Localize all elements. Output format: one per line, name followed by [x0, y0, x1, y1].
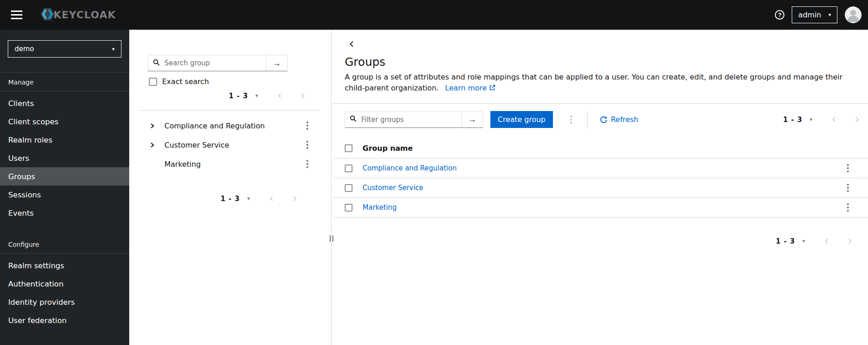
- next-page-button[interactable]: [846, 237, 854, 245]
- page-description: A group is a set of attributes and role …: [345, 72, 847, 94]
- prev-page-button[interactable]: [275, 91, 284, 100]
- refresh-button[interactable]: Refresh: [600, 115, 638, 124]
- per-page-dropdown[interactable]: 1 - 3 ▾: [221, 195, 250, 203]
- refresh-icon: [600, 116, 607, 123]
- nav-toggle-button[interactable]: [9, 8, 24, 22]
- external-link-icon: [489, 85, 495, 91]
- expand-chevron-icon[interactable]: [150, 123, 164, 129]
- exact-search-checkbox[interactable]: [149, 78, 157, 86]
- select-all-checkbox[interactable]: [345, 144, 352, 152]
- filter-groups-input[interactable]: [360, 115, 458, 124]
- chevron-right-icon: [300, 92, 305, 99]
- user-menu-label: admin: [798, 11, 821, 19]
- column-header-group-name: Group name: [363, 144, 413, 153]
- row-checkbox[interactable]: [345, 184, 352, 192]
- groups-table: Group name Compliance and Regulation Cus…: [333, 138, 868, 218]
- tree-pagination-top: 1 - 3 ▾: [129, 91, 330, 100]
- group-tree-panel: → Exact search 1 - 3 ▾: [129, 30, 330, 345]
- sidebar-item-realm-settings[interactable]: Realm settings: [0, 256, 129, 275]
- filter-submit-button[interactable]: →: [461, 112, 483, 127]
- chevron-down-icon: ▾: [828, 12, 831, 17]
- per-page-dropdown[interactable]: 1 - 3 ▾: [776, 237, 805, 245]
- table-header-row: Group name: [333, 138, 868, 159]
- page-header: Groups A group is a set of attributes an…: [333, 50, 868, 94]
- per-page-dropdown[interactable]: 1 - 3 ▾: [783, 116, 812, 124]
- expand-chevron-icon[interactable]: [150, 142, 164, 148]
- search-submit-button[interactable]: →: [266, 55, 287, 71]
- search-icon: [153, 59, 160, 68]
- tree-item-label[interactable]: Marketing: [164, 160, 201, 169]
- group-link[interactable]: Customer Service: [363, 184, 423, 192]
- avatar[interactable]: [845, 6, 862, 23]
- chevron-left-icon: [269, 195, 274, 202]
- table-row: Marketing: [333, 198, 868, 218]
- sidebar-item-identity-providers[interactable]: Identity providers: [0, 293, 129, 311]
- group-link[interactable]: Marketing: [363, 203, 397, 212]
- prev-page-button[interactable]: [267, 194, 276, 203]
- chevron-down-icon: ▾: [255, 93, 258, 98]
- sidebar-item-sessions[interactable]: Sessions: [0, 186, 129, 204]
- kebab-menu-icon[interactable]: [304, 158, 311, 170]
- tree-divider: [140, 110, 319, 111]
- chevron-right-icon: [292, 195, 297, 202]
- row-checkbox[interactable]: [345, 204, 352, 212]
- sidebar-item-groups[interactable]: Groups: [0, 167, 129, 186]
- chevron-down-icon: ▾: [247, 196, 250, 201]
- row-kebab-menu-icon[interactable]: [844, 202, 852, 213]
- keycloak-logo-icon: [38, 5, 55, 25]
- panel-resizer[interactable]: [330, 30, 333, 345]
- realm-selector[interactable]: demo ▾: [8, 40, 121, 58]
- sidebar-item-authentication[interactable]: Authentication: [0, 275, 129, 293]
- sidebar-item-clients[interactable]: Clients: [0, 94, 129, 112]
- group-search-group: →: [148, 55, 288, 71]
- sidebar-item-events[interactable]: Events: [0, 204, 129, 222]
- next-page-button[interactable]: [299, 91, 307, 100]
- pagination-range: 1 - 3: [229, 92, 248, 100]
- next-page-button[interactable]: [290, 194, 299, 203]
- sidebar-section-configure-wrap: Configure Realm settings Authentication …: [0, 235, 129, 329]
- row-checkbox[interactable]: [345, 165, 352, 172]
- resizer-grip-icon: [330, 235, 333, 242]
- sidebar-item-client-scopes[interactable]: Client scopes: [0, 112, 129, 131]
- tree-item-label[interactable]: Customer Service: [164, 141, 229, 149]
- keycloak-logo: KEYCLOAK: [38, 5, 116, 25]
- chevron-left-icon: [349, 41, 354, 48]
- learn-more-link[interactable]: Learn more: [445, 84, 495, 92]
- search-group-input[interactable]: [163, 58, 262, 68]
- group-link[interactable]: Compliance and Regulation: [363, 164, 457, 172]
- sidebar-item-user-federation[interactable]: User federation: [0, 311, 129, 329]
- chevron-right-icon: [855, 116, 860, 123]
- prev-page-button[interactable]: [830, 115, 838, 124]
- kebab-menu-icon[interactable]: [304, 139, 311, 151]
- app-root: KEYCLOAK ? admin ▾ demo ▾: [0, 0, 868, 345]
- pagination-range: 1 - 3: [221, 195, 240, 203]
- row-kebab-menu-icon[interactable]: [844, 182, 852, 194]
- tree-item-label[interactable]: Compliance and Regulation: [164, 122, 265, 130]
- sidebar-item-realm-roles[interactable]: Realm roles: [0, 131, 129, 149]
- kebab-menu-icon[interactable]: [304, 120, 311, 132]
- toolbar-kebab-menu-icon[interactable]: [568, 114, 575, 126]
- row-kebab-menu-icon[interactable]: [844, 162, 852, 174]
- group-tree: Compliance and Regulation Customer Servi…: [129, 116, 330, 174]
- per-page-dropdown[interactable]: 1 - 3 ▾: [229, 92, 258, 100]
- page-content: demo ▾ Manage Clients Client scopes Real…: [0, 30, 868, 345]
- masthead-actions: ? admin ▾: [775, 6, 862, 23]
- chevron-left-icon: [277, 92, 282, 99]
- pagination-range: 1 - 3: [776, 237, 795, 245]
- create-group-button[interactable]: Create group: [490, 111, 553, 128]
- table-row: Customer Service: [333, 178, 868, 198]
- collapse-panel-button[interactable]: [345, 40, 358, 50]
- next-page-button[interactable]: [853, 115, 862, 124]
- sidebar-divider: [0, 91, 129, 91]
- keycloak-logo-text: KEYCLOAK: [53, 9, 116, 21]
- help-button[interactable]: ?: [775, 10, 784, 20]
- chevron-down-icon: ▾: [810, 117, 812, 122]
- tree-item: Customer Service: [129, 135, 330, 154]
- tree-item: Compliance and Regulation: [129, 116, 330, 135]
- prev-page-button[interactable]: [822, 237, 831, 245]
- pagination-range: 1 - 3: [783, 116, 803, 124]
- user-menu-dropdown[interactable]: admin ▾: [792, 6, 837, 23]
- chevron-right-icon: [847, 238, 852, 244]
- learn-more-label: Learn more: [445, 84, 487, 92]
- sidebar-item-users[interactable]: Users: [0, 149, 129, 167]
